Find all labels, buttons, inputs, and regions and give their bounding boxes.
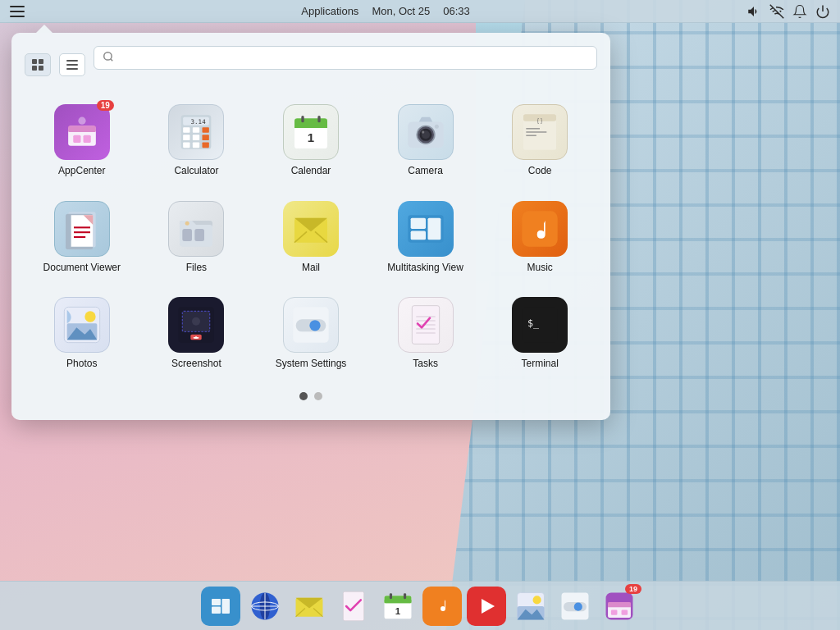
svg-rect-88	[222, 599, 231, 614]
app-item-calculator[interactable]: 3.14 Calculator	[139, 96, 254, 186]
dock-item-video[interactable]	[467, 587, 506, 626]
app-item-terminal[interactable]: $_ Terminal	[482, 289, 597, 379]
topbar-center: Applications Mon, Oct 25 06:33	[301, 5, 469, 17]
topbar-right	[746, 4, 830, 19]
app-launcher-icon[interactable]	[10, 6, 25, 17]
svg-point-36	[434, 125, 438, 129]
dock-item-mail[interactable]	[290, 587, 329, 626]
dock-item-browser[interactable]	[245, 587, 285, 626]
svg-point-35	[422, 130, 424, 133]
app-item-camera[interactable]: Camera	[368, 96, 483, 186]
dock-item-appcenter[interactable]: 19	[600, 587, 639, 626]
svg-text:1: 1	[395, 605, 401, 615]
svg-rect-6	[66, 68, 78, 70]
appcenter-badge: 19	[97, 100, 114, 111]
calendar-icon: 1	[283, 104, 339, 160]
app-item-calendar[interactable]: 1 Calendar	[253, 96, 368, 186]
svg-rect-103	[404, 593, 406, 599]
dock-item-settings[interactable]	[555, 587, 595, 626]
dock-item-multitask[interactable]	[201, 587, 240, 626]
app-item-multitasking[interactable]: Multitasking View	[368, 193, 483, 283]
svg-point-112	[574, 602, 582, 610]
appcenter-icon: 19	[54, 104, 110, 160]
notification-icon[interactable]	[792, 4, 807, 19]
dock-item-tasks[interactable]	[334, 587, 373, 626]
power-icon[interactable]	[815, 4, 830, 19]
app-item-appcenter[interactable]: 19 AppCenter	[25, 96, 139, 186]
search-row	[25, 46, 597, 83]
dock: 1 19	[0, 581, 840, 630]
dock-item-photos[interactable]	[511, 587, 550, 626]
svg-rect-9	[68, 126, 96, 132]
svg-rect-60	[410, 231, 425, 240]
appcenter-dock-icon	[604, 591, 635, 622]
code-label: Code	[528, 165, 552, 178]
grid-view-button[interactable]	[25, 53, 51, 76]
photos-label: Photos	[66, 358, 97, 371]
multitasking-icon	[398, 201, 454, 257]
appcenter-label: AppCenter	[58, 165, 105, 178]
svg-point-67	[84, 312, 95, 322]
dock-item-calendar[interactable]: 1	[378, 587, 418, 626]
settings-dock-icon	[559, 591, 591, 622]
camera-icon	[398, 104, 454, 160]
app-item-document-viewer[interactable]: Document Viewer	[25, 193, 139, 283]
volume-icon[interactable]	[746, 4, 761, 19]
calendar-label: Calendar	[291, 165, 331, 178]
svg-marker-105	[482, 599, 495, 614]
svg-rect-11	[83, 135, 90, 143]
svg-text:●: ●	[195, 335, 199, 340]
svg-rect-101	[385, 600, 412, 603]
multitask-dock-icon	[208, 594, 233, 619]
music-icon	[512, 201, 568, 257]
app-item-music[interactable]: Music	[482, 193, 597, 283]
app-item-files[interactable]: Files	[139, 193, 254, 283]
svg-rect-87	[212, 606, 221, 614]
dock-item-music[interactable]	[422, 587, 462, 626]
list-view-button[interactable]	[59, 53, 85, 76]
app-item-tasks[interactable]: Tasks	[368, 289, 483, 379]
mail-dock-icon	[294, 591, 325, 622]
svg-rect-30	[317, 116, 320, 122]
calendar-dock-icon: 1	[382, 591, 413, 622]
svg-rect-22	[184, 143, 190, 148]
app-item-screenshot[interactable]: ● Screenshot	[139, 289, 254, 379]
page-dot-1[interactable]	[299, 392, 308, 400]
app-menu: 19 AppCenter 3.14	[11, 33, 610, 420]
page-dot-2[interactable]	[314, 392, 322, 400]
svg-text:{  }: { }	[537, 117, 543, 124]
photos-icon	[54, 297, 110, 353]
search-input[interactable]	[121, 52, 588, 65]
calculator-label: Calculator	[174, 165, 218, 178]
network-icon[interactable]	[769, 4, 784, 19]
app-item-mail[interactable]: Mail	[253, 193, 368, 283]
topbar-app-label: Applications	[301, 5, 358, 17]
browser-dock-icon	[249, 591, 281, 622]
screenshot-icon: ●	[168, 297, 224, 353]
camera-label: Camera	[408, 165, 443, 178]
document-viewer-icon	[54, 201, 110, 257]
app-item-system-settings[interactable]: System Settings	[253, 289, 368, 379]
svg-rect-59	[410, 217, 425, 228]
topbar-date: Mon, Oct 25	[372, 5, 430, 17]
svg-rect-52	[195, 229, 205, 241]
topbar: Applications Mon, Oct 25 06:33	[0, 0, 840, 23]
code-icon: { }	[512, 104, 568, 160]
mail-icon	[283, 201, 339, 257]
app-item-photos[interactable]: Photos	[25, 289, 139, 379]
svg-rect-61	[427, 217, 441, 240]
search-icon	[103, 51, 114, 65]
app-item-code[interactable]: { } Code	[482, 96, 597, 186]
svg-rect-16	[184, 127, 190, 133]
screenshot-label: Screenshot	[171, 358, 221, 371]
svg-rect-0	[32, 59, 37, 64]
svg-rect-116	[611, 609, 618, 614]
svg-point-109	[533, 596, 541, 604]
svg-rect-86	[212, 599, 221, 605]
tasks-label: Tasks	[413, 358, 438, 371]
svg-text:3.14: 3.14	[191, 118, 207, 126]
svg-rect-5	[66, 64, 78, 66]
svg-rect-18	[203, 127, 209, 133]
music-label: Music	[527, 262, 553, 275]
svg-rect-20	[193, 135, 199, 140]
